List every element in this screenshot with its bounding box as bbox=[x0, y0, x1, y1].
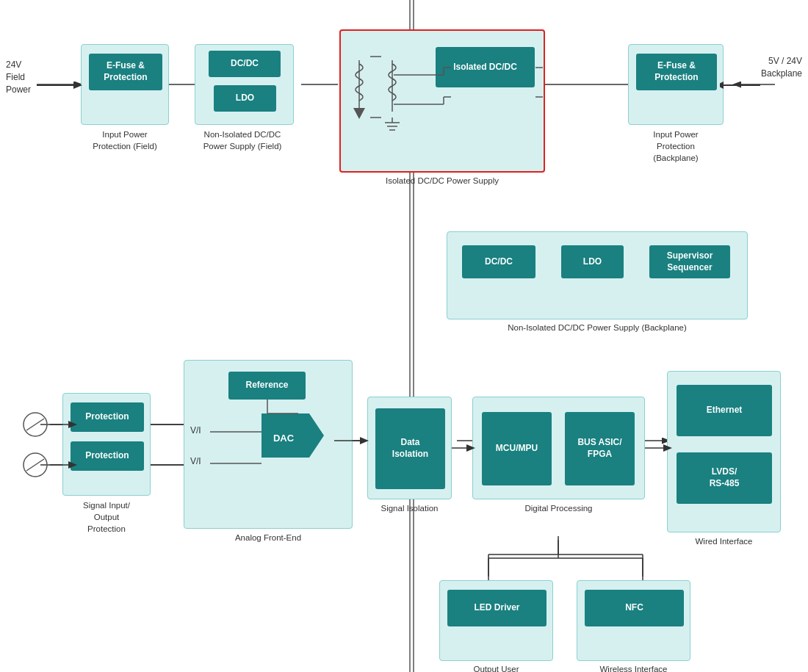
efuse-backplane-block: E-Fuse &Protection bbox=[636, 54, 717, 90]
signal-arrow-2 bbox=[50, 458, 87, 472]
data-isolation-block: DataIsolation bbox=[375, 408, 445, 489]
signal-input-label: Signal Input/OutputProtection bbox=[55, 499, 158, 535]
dcdc-backplane-block: DC/DC bbox=[462, 245, 535, 278]
non-isolated-field-box: DC/DC LDO bbox=[195, 44, 294, 125]
wired-interface-label: Wired Interface bbox=[667, 535, 781, 547]
branch-lines bbox=[455, 536, 676, 610]
svg-line-38 bbox=[26, 459, 44, 471]
non-isolated-field-label: Non-Isolated DC/DCPower Supply (Field) bbox=[187, 129, 297, 152]
ethernet-block: Ethernet bbox=[677, 385, 772, 436]
svg-marker-48 bbox=[720, 82, 724, 89]
non-isolated-backplane-label: Non-Isolated DC/DC Power Supply (Backpla… bbox=[447, 322, 748, 333]
non-isolated-backplane-box: DC/DC LDO SupervisorSequencer bbox=[447, 231, 748, 319]
lvds-block: LVDS/RS-485 bbox=[677, 452, 772, 504]
svg-marker-46 bbox=[73, 82, 82, 89]
isolated-supply-box: Isolated DC/DC bbox=[339, 29, 545, 173]
isolation-to-mcu bbox=[452, 441, 488, 455]
signal-isolation-box: DataIsolation bbox=[367, 397, 452, 499]
input-power-backplane-box: E-Fuse &Protection bbox=[628, 44, 724, 125]
dcdc-field-block: DC/DC bbox=[209, 51, 281, 77]
svg-marker-52 bbox=[68, 461, 77, 469]
field-arrow bbox=[37, 78, 95, 93]
ldo-field-block: LDO bbox=[214, 85, 276, 112]
signal-isolation-label: Signal Isolation bbox=[364, 502, 455, 514]
input-power-backplane-label: Input PowerProtection(Backplane) bbox=[628, 129, 724, 164]
backplane-arrow bbox=[720, 78, 779, 93]
dac-lines bbox=[184, 361, 353, 530]
supervisor-block: SupervisorSequencer bbox=[649, 245, 730, 278]
prot-to-vi-lines bbox=[151, 410, 206, 483]
analog-frontend-label: Analog Front-End bbox=[184, 532, 353, 543]
backplane-label: 5V / 24VBackplane bbox=[761, 55, 802, 80]
field-power-label: 24VFieldPower bbox=[6, 59, 31, 95]
busasic-to-wired bbox=[645, 441, 689, 455]
analog-frontend-box: Reference V/I V/I DAC bbox=[184, 360, 353, 529]
wireless-label: Wireless Interface bbox=[577, 663, 690, 672]
isolated-lines bbox=[341, 31, 547, 174]
svg-marker-50 bbox=[68, 421, 77, 428]
mcu-block: MCU/MPU bbox=[482, 412, 552, 485]
isolated-supply-label: Isolated DC/DC Power Supply bbox=[339, 175, 545, 187]
digital-processing-label: Digital Processing bbox=[472, 502, 645, 514]
svg-marker-60 bbox=[663, 444, 672, 452]
bus-asic-block: BUS ASIC/FPGA bbox=[565, 412, 635, 485]
efuse-field-block: E-Fuse &Protection bbox=[89, 54, 162, 90]
input-power-field-label: Input PowerProtection (Field) bbox=[81, 129, 169, 152]
ldo-backplane-block: LDO bbox=[561, 245, 624, 278]
digital-processing-box: MCU/MPU BUS ASIC/FPGA bbox=[472, 397, 645, 499]
dac-to-isolation bbox=[334, 433, 393, 448]
signal-arrow-1 bbox=[50, 417, 87, 432]
svg-marker-58 bbox=[466, 444, 475, 452]
output-user-label: Output UserInterface bbox=[439, 663, 553, 672]
signal-protection-box: Protection Protection bbox=[62, 393, 151, 496]
svg-marker-56 bbox=[360, 437, 369, 444]
signal-circle-2 bbox=[21, 450, 50, 480]
svg-line-36 bbox=[26, 419, 44, 430]
block-diagram: 24VFieldPower 5V / 24VBackplane E-Fuse &… bbox=[0, 0, 808, 672]
signal-circle-1 bbox=[21, 410, 50, 439]
